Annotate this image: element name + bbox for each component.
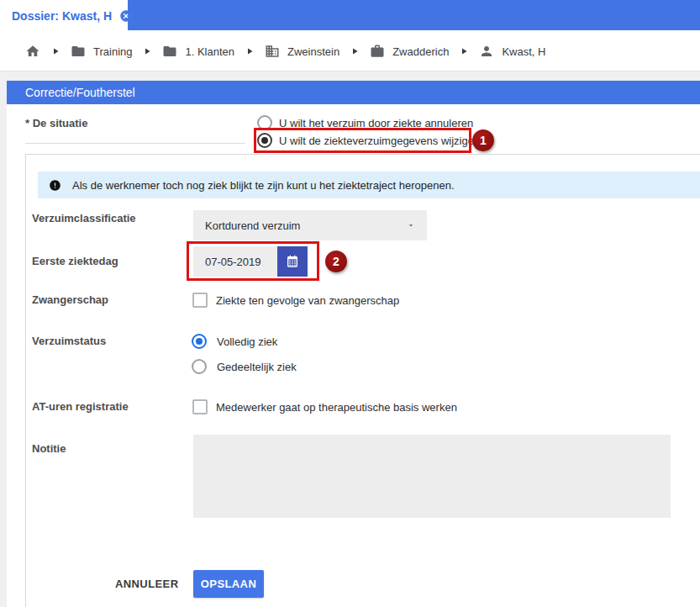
info-banner: Als de werknemer toch nog ziek blijkt te… bbox=[38, 172, 700, 198]
verzuimstatus-label: Verzuimstatus bbox=[32, 335, 106, 347]
breadcrumb-item-zweinstein[interactable]: Zweinstein bbox=[265, 44, 339, 59]
section-title: Correctie/Foutherstel bbox=[25, 86, 135, 99]
radio-verzuim-annuleren-label: U wilt het verzuim door ziekte annuleren bbox=[279, 117, 473, 129]
section-header: Correctie/Foutherstel bbox=[7, 81, 700, 104]
tab-title: Dossier: Kwast, H bbox=[12, 9, 112, 23]
calendar-icon bbox=[286, 255, 299, 268]
radio-gedeeltelijk-ziek[interactable] bbox=[192, 359, 207, 374]
folder-icon bbox=[162, 44, 177, 59]
opslaan-button[interactable]: OPSLAAN bbox=[193, 570, 264, 598]
verzuimclassificatie-select[interactable]: Kortdurend verzuim bbox=[193, 210, 427, 240]
calendar-button[interactable] bbox=[277, 246, 308, 277]
zwangerschap-checkbox-label: Ziekte ten gevolge van zwangerschap bbox=[216, 294, 399, 307]
breadcrumb-label: Training bbox=[93, 45, 132, 58]
radio-ziekteverzuim-wijzigen-label: U wilt de ziekteverzuimgegevens wijzigen bbox=[279, 135, 480, 147]
at-uren-checkbox[interactable] bbox=[192, 399, 208, 414]
verzuimclassificatie-label: Verzuimclassificatie bbox=[32, 212, 136, 224]
situatie-label: * De situatie bbox=[25, 117, 87, 129]
person-icon bbox=[479, 44, 494, 59]
breadcrumb-item-training[interactable]: Training bbox=[71, 44, 132, 59]
info-banner-text: Als de werknemer toch nog ziek blijkt te… bbox=[72, 179, 455, 192]
chevron-right-icon bbox=[142, 46, 152, 56]
breadcrumb-item-zwadderich[interactable]: Zwadderich bbox=[370, 44, 449, 59]
annotation-badge-1: 1 bbox=[472, 129, 494, 151]
breadcrumb-home[interactable] bbox=[25, 44, 40, 59]
briefcase-icon bbox=[370, 44, 385, 59]
radio-verzuim-annuleren[interactable] bbox=[257, 115, 272, 130]
annotation-badge-2: 2 bbox=[325, 251, 347, 272]
zwangerschap-checkbox[interactable] bbox=[192, 293, 208, 308]
at-uren-label: AT-uren registratie bbox=[32, 400, 129, 413]
breadcrumb-label: Kwast, H bbox=[502, 45, 545, 58]
annuleer-button[interactable]: ANNULEER bbox=[115, 573, 178, 595]
building-icon bbox=[265, 44, 280, 59]
eerste-ziektedag-label: Eerste ziektedag bbox=[32, 255, 118, 267]
chevron-down-icon bbox=[407, 221, 415, 230]
close-icon[interactable] bbox=[119, 9, 133, 23]
breadcrumb-label: 1. Klanten bbox=[185, 45, 234, 58]
verzuimclassificatie-value: Kortdurend verzuim bbox=[205, 219, 407, 232]
breadcrumb-label: Zweinstein bbox=[287, 45, 339, 58]
chevron-right-icon bbox=[350, 46, 360, 56]
radio-volledig-ziek-label: Volledig ziek bbox=[217, 335, 277, 348]
folder-icon bbox=[71, 44, 86, 59]
divider-band bbox=[0, 71, 700, 81]
eerste-ziektedag-value: 07-05-2019 bbox=[205, 256, 261, 268]
tab-bar-fill bbox=[128, 0, 700, 30]
at-uren-checkbox-label: Medewerker gaat op therapeutische basis … bbox=[216, 401, 457, 414]
info-icon bbox=[49, 179, 61, 192]
breadcrumb: Training 1. Klanten Zweinstein Z bbox=[0, 32, 700, 71]
radio-volledig-ziek[interactable] bbox=[192, 334, 207, 349]
notitie-textarea[interactable] bbox=[193, 435, 671, 518]
chevron-right-icon bbox=[245, 46, 255, 56]
home-icon bbox=[25, 44, 40, 59]
tab-dossier[interactable]: Dossier: Kwast, H bbox=[0, 0, 128, 32]
breadcrumb-label: Zwadderich bbox=[392, 45, 449, 58]
notitie-label: Notitie bbox=[32, 442, 66, 455]
correctie-foutherstel-page: Dossier: Kwast, H Training bbox=[0, 0, 700, 607]
breadcrumb-item-kwast[interactable]: Kwast, H bbox=[479, 44, 545, 59]
breadcrumb-item-klanten[interactable]: 1. Klanten bbox=[162, 44, 234, 59]
page-left-margin bbox=[0, 81, 7, 607]
eerste-ziektedag-input[interactable]: 07-05-2019 bbox=[193, 246, 277, 277]
zwangerschap-label: Zwangerschap bbox=[32, 293, 108, 306]
chevron-right-icon bbox=[459, 46, 469, 56]
radio-gedeeltelijk-ziek-label: Gedeeltelijk ziek bbox=[217, 361, 297, 373]
tab-bar: Dossier: Kwast, H bbox=[0, 0, 700, 32]
separator-line bbox=[25, 143, 245, 144]
radio-ziekteverzuim-wijzigen[interactable] bbox=[257, 133, 272, 148]
chevron-right-icon bbox=[50, 46, 61, 56]
